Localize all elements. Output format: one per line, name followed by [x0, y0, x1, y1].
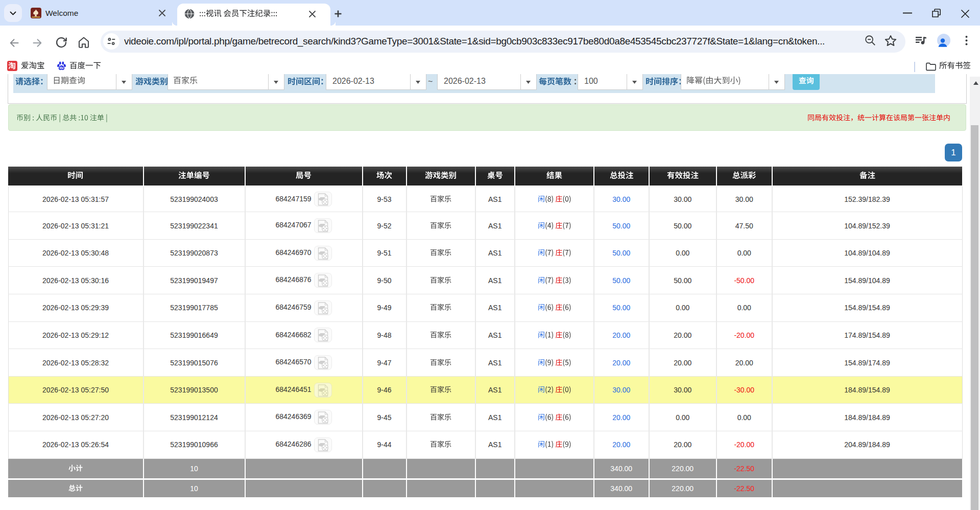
- svg-text:du: du: [60, 66, 64, 69]
